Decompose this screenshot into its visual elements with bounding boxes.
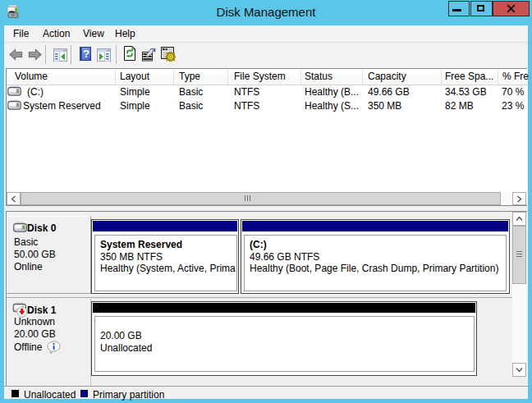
svg-text:?: ? bbox=[83, 48, 89, 60]
